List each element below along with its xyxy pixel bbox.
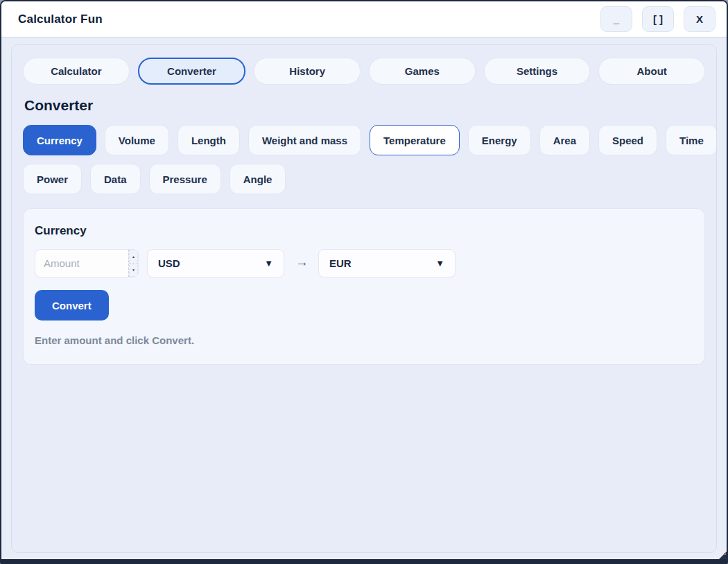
arrow-right-icon: → (295, 255, 309, 270)
category-row-1: Currency Volume Length Weight and mass T… (23, 125, 705, 155)
category-power[interactable]: Power (23, 164, 82, 194)
currency-panel: Currency ▲ ▼ USD ▼ → (23, 208, 705, 365)
category-temperature[interactable]: Temperature (370, 125, 460, 155)
category-pressure[interactable]: Pressure (149, 164, 221, 194)
category-energy[interactable]: Energy (468, 125, 531, 155)
category-currency[interactable]: Currency (23, 125, 96, 155)
window-title: Calculator Fun (18, 12, 103, 26)
page-title: Converter (24, 97, 704, 114)
chevron-down-icon: ▼ (264, 258, 273, 268)
from-currency-select[interactable]: USD ▼ (147, 249, 284, 277)
from-currency-value: USD (158, 257, 180, 269)
panel-title: Currency (35, 224, 693, 238)
tab-calculator[interactable]: Calculator (23, 58, 130, 85)
close-button[interactable]: X (684, 6, 716, 32)
minimize-button[interactable]: _ (600, 6, 632, 32)
window-controls: _ [ ] X (600, 6, 716, 32)
category-weight-and-mass[interactable]: Weight and mass (248, 125, 361, 155)
category-angle[interactable]: Angle (229, 164, 286, 194)
tab-about[interactable]: About (598, 58, 705, 85)
tab-converter[interactable]: Converter (138, 58, 246, 85)
main-container: Calculator Converter History Games Setti… (11, 44, 717, 553)
spin-down-icon[interactable]: ▼ (129, 264, 138, 277)
category-data[interactable]: Data (90, 164, 141, 194)
category-time[interactable]: Time (666, 125, 717, 155)
category-area[interactable]: Area (539, 125, 590, 155)
title-bar: Calculator Fun _ [ ] X (1, 1, 727, 37)
category-speed[interactable]: Speed (598, 125, 657, 155)
window-body: Calculator Converter History Games Setti… (1, 37, 727, 559)
category-row-2: Power Data Pressure Angle (23, 164, 705, 194)
amount-spinbox: ▲ ▼ (35, 249, 139, 277)
app-window: Calculator Fun _ [ ] X Calculator Conver… (0, 0, 728, 564)
resize-grip[interactable] (719, 552, 727, 559)
to-currency-value: EUR (329, 257, 352, 269)
to-currency-select[interactable]: EUR ▼ (318, 249, 456, 277)
spin-up-icon[interactable]: ▲ (129, 250, 138, 264)
amount-spinner: ▲ ▼ (128, 250, 138, 277)
conversion-controls: ▲ ▼ USD ▼ → EUR ▼ (35, 249, 693, 277)
tab-games[interactable]: Games (369, 58, 476, 85)
convert-button[interactable]: Convert (35, 290, 109, 321)
status-text: Enter amount and click Convert. (35, 334, 693, 346)
maximize-button[interactable]: [ ] (642, 6, 674, 32)
tab-bar: Calculator Converter History Games Setti… (23, 58, 705, 85)
category-volume[interactable]: Volume (105, 125, 169, 155)
amount-input[interactable] (35, 250, 128, 277)
tab-settings[interactable]: Settings (484, 58, 591, 85)
chevron-down-icon: ▼ (435, 258, 444, 268)
tab-history[interactable]: History (254, 58, 361, 85)
category-length[interactable]: Length (177, 125, 240, 155)
